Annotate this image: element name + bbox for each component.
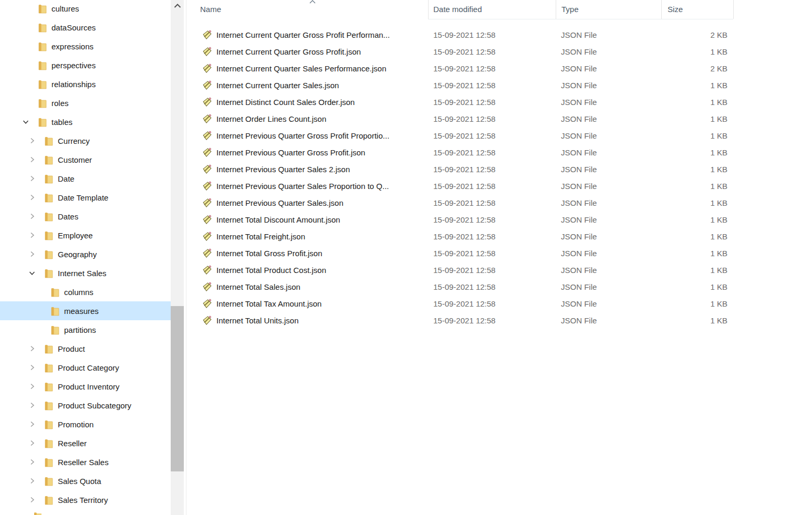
sidebar-item-tables[interactable]: tables (0, 112, 171, 131)
tree-expander[interactable] (34, 325, 43, 334)
column-separator[interactable] (733, 0, 734, 19)
sidebar-item-dates[interactable]: Dates (0, 207, 171, 226)
tree-expander[interactable] (27, 363, 37, 372)
sidebar-item-product-subcategory[interactable]: Product Subcategory (0, 396, 171, 415)
tree-expander[interactable] (21, 41, 30, 51)
tree-expander[interactable] (27, 249, 37, 259)
sidebar-item-geography[interactable]: Geography (0, 245, 171, 264)
tree-item-label: dataSources (51, 23, 96, 32)
file-row[interactable]: Internet Distinct Count Sales Order.json… (186, 93, 764, 110)
tree-expander[interactable] (21, 79, 30, 89)
file-type: JSON File (556, 165, 661, 174)
column-separator[interactable] (428, 0, 429, 19)
file-row[interactable]: Internet Current Quarter Sales.json 15-0… (186, 77, 764, 93)
file-row[interactable]: Internet Total Freight.json 15-09-2021 1… (186, 228, 764, 245)
file-row[interactable]: Internet Total Gross Profit.json 15-09-2… (186, 245, 764, 261)
file-row[interactable]: Internet Current Quarter Sales Performan… (186, 60, 764, 77)
scrollbar-thumb[interactable] (171, 306, 184, 471)
file-row[interactable]: Internet Previous Quarter Sales Proporti… (186, 177, 764, 194)
file-date-modified: 15-09-2021 12:58 (428, 98, 556, 107)
sidebar-item-expressions[interactable]: expressions (0, 37, 171, 56)
sidebar-item-customer[interactable]: Customer (0, 150, 171, 169)
sidebar-item-employee[interactable]: Employee (0, 226, 171, 245)
folder-icon (44, 192, 54, 203)
tree-expander[interactable] (27, 495, 37, 505)
tree-expander[interactable] (27, 382, 37, 391)
file-row[interactable]: Internet Previous Quarter Gross Profit.j… (186, 144, 764, 161)
tree-expander[interactable] (27, 230, 37, 240)
sidebar-item-currency[interactable]: Currency (0, 131, 171, 150)
file-row[interactable]: Internet Total Product Cost.json 15-09-2… (186, 261, 764, 278)
column-separator[interactable] (661, 0, 662, 19)
file-row[interactable]: Internet Current Quarter Gross Profit.js… (186, 43, 764, 60)
file-row[interactable]: Internet Order Lines Count.json 15-09-20… (186, 110, 764, 127)
file-row[interactable]: Internet Previous Quarter Sales 2.json 1… (186, 161, 764, 177)
sidebar-item-sales-quota[interactable]: Sales Quota (0, 471, 171, 490)
tree-expander[interactable] (27, 457, 37, 467)
sidebar-item-datasources[interactable]: dataSources (0, 18, 171, 37)
scrollbar-up-button[interactable] (171, 0, 184, 12)
tree-expander[interactable] (21, 4, 30, 13)
sidebar-item-reseller[interactable]: Reseller (0, 434, 171, 453)
sidebar-item-product-inventory[interactable]: Product Inventory (0, 377, 171, 396)
file-row[interactable]: Internet Total Tax Amount.json 15-09-202… (186, 295, 764, 312)
column-header-name[interactable]: Name (200, 5, 221, 14)
file-explorer-window: { "sidebar": { "items": [ {"label": "cul… (0, 0, 812, 515)
tree-expander[interactable] (27, 438, 37, 448)
tree-expander[interactable] (27, 419, 37, 429)
sidebar-item-internet-sales[interactable]: Internet Sales (0, 264, 171, 282)
file-date-modified: 15-09-2021 12:58 (428, 266, 556, 275)
column-header-date-modified[interactable]: Date modified (433, 5, 482, 14)
sidebar-item-measures[interactable]: measures (0, 301, 171, 320)
chevron-right-icon (28, 458, 36, 466)
file-name: Internet Total Tax Amount.json (216, 299, 321, 308)
folder-icon (44, 135, 54, 146)
tree-expander[interactable] (21, 117, 30, 127)
sidebar-item-date[interactable]: Date (0, 169, 171, 188)
tree-item-label: perspectives (51, 61, 96, 70)
folder-icon (44, 438, 54, 448)
sidebar-item-promotion[interactable]: Promotion (0, 415, 171, 434)
file-row[interactable]: Internet Total Sales.json 15-09-2021 12:… (186, 278, 764, 295)
file-row[interactable]: Internet Current Quarter Gross Profit Pe… (186, 26, 764, 43)
sidebar-item-relationships[interactable]: relationships (0, 75, 171, 93)
column-header-type[interactable]: Type (561, 5, 579, 14)
file-date-modified: 15-09-2021 12:58 (428, 64, 556, 73)
sidebar-item-partitions[interactable]: partitions (0, 320, 171, 339)
json-file-icon (202, 164, 213, 175)
sidebar-item-perspectives[interactable]: perspectives (0, 56, 171, 75)
tree-expander[interactable] (27, 401, 37, 410)
folder-icon (50, 324, 60, 335)
tree-expander[interactable] (27, 136, 37, 145)
sidebar-item-product[interactable]: Product (0, 339, 171, 358)
sidebar-item-product-category[interactable]: Product Category (0, 358, 171, 377)
sidebar-item-reseller-sales[interactable]: Reseller Sales (0, 453, 171, 471)
tree-item-label: Product Category (58, 363, 119, 372)
sidebar-item-date-template[interactable]: Date Template (0, 188, 171, 207)
file-row[interactable]: Internet Previous Quarter Gross Profit P… (186, 127, 764, 144)
tree-expander[interactable] (27, 476, 37, 486)
column-header-size[interactable]: Size (668, 5, 683, 14)
tree-expander[interactable] (27, 344, 37, 353)
tree-expander[interactable] (21, 98, 30, 108)
file-row[interactable]: Internet Total Units.json 15-09-2021 12:… (186, 312, 764, 329)
file-row[interactable]: Internet Previous Quarter Sales.json 15-… (186, 194, 764, 211)
tree-expander[interactable] (27, 212, 37, 221)
sidebar-item-columns[interactable]: columns (0, 282, 171, 301)
tree-item-label: columns (64, 288, 93, 297)
tree-expander[interactable] (27, 268, 37, 278)
sidebar-item-sales-territory[interactable]: Sales Territory (0, 490, 171, 509)
tree-expander[interactable] (34, 287, 43, 297)
tree-expander[interactable] (27, 174, 37, 183)
tree-expander[interactable] (27, 155, 37, 164)
file-row[interactable]: Internet Total Discount Amount.json 15-0… (186, 211, 764, 228)
tree-item-label: Currency (58, 136, 90, 145)
tree-expander[interactable] (21, 60, 30, 70)
tree-expander[interactable] (27, 193, 37, 202)
sidebar-item-roles[interactable]: roles (0, 93, 171, 112)
tree-expander[interactable] (34, 306, 43, 316)
tree-expander[interactable] (21, 23, 30, 32)
sidebar-item-cultures[interactable]: cultures (0, 0, 171, 18)
sidebar-scrollbar[interactable] (171, 0, 184, 515)
column-separator[interactable] (556, 0, 556, 19)
